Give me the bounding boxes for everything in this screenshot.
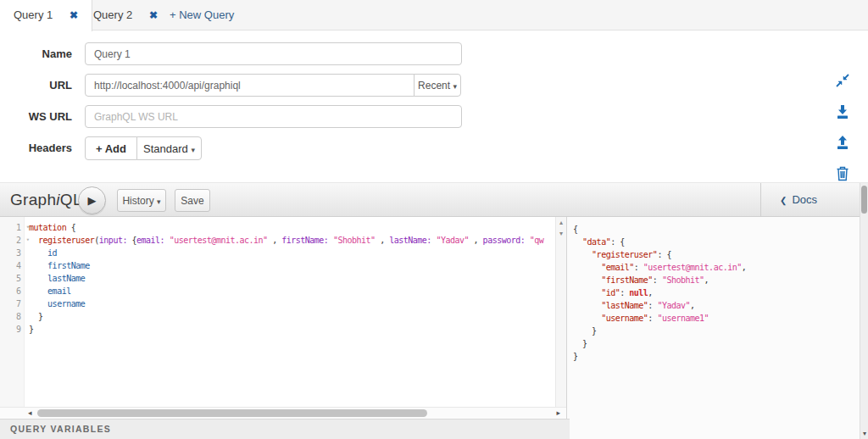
chevron-down-icon: ▾ [191, 146, 195, 154]
code-line: "data": { [573, 236, 860, 248]
line-number: 1▾ [0, 221, 24, 234]
play-icon: ▶ [88, 194, 97, 207]
query-editor-pane: 1▾2▾3456789 mutation { registeruser(inpu… [0, 217, 566, 419]
name-label: Name [0, 42, 72, 65]
code-line: { [573, 223, 860, 236]
line-number: 5 [0, 272, 24, 285]
scroll-down-icon[interactable]: ▾ [860, 430, 868, 437]
result-pane: { "data": { "registeruser": { "email": "… [567, 217, 860, 439]
code-line: "lastName": "Yadav", [573, 299, 860, 312]
query-horizontal-scrollbar[interactable]: ◂ ▸ [0, 407, 566, 419]
code-line: username [29, 297, 555, 310]
graphiql-toolbar: GraphiQL ▶ History ▾ Save ❮Docs [0, 182, 868, 217]
line-number: 3 [0, 247, 24, 259]
ws-url-input[interactable] [85, 105, 462, 128]
upload-icon[interactable] [834, 134, 853, 153]
line-number: 2▾ [0, 234, 24, 247]
line-number: 6 [0, 285, 24, 297]
docs-button[interactable]: ❮Docs [780, 183, 817, 217]
query-vertical-scrollbar[interactable]: ▴ ▾ [555, 217, 566, 407]
line-number: 9 [0, 323, 24, 336]
code-line: "firstName": "Shobhit", [573, 274, 860, 286]
scroll-up-icon[interactable]: ▴ [556, 217, 566, 228]
code-line: email [29, 285, 555, 297]
tab-query-2[interactable]: Query 2 ✖ [80, 0, 171, 31]
trash-icon[interactable] [834, 165, 853, 184]
chevron-left-icon: ❮ [780, 196, 787, 205]
scroll-down-icon[interactable]: ▾ [556, 228, 566, 239]
code-line: "registeruser": { [573, 248, 860, 261]
code-line: } [573, 337, 860, 350]
code-line: } [573, 350, 860, 363]
chevron-down-icon: ▾ [157, 197, 161, 206]
scroll-left-icon[interactable]: ◂ [28, 408, 32, 419]
ws-url-label: WS URL [0, 105, 72, 128]
scroll-right-icon[interactable]: ▸ [556, 408, 560, 419]
headers-label: Headers [0, 136, 72, 159]
recent-dropdown-button[interactable]: Recent ▾ [414, 74, 461, 97]
tab-label: Query 1 [14, 8, 53, 21]
query-config-form: Name URL Recent ▾ WS URL Headers + Add S… [0, 31, 868, 182]
close-tab-icon[interactable]: ✖ [70, 9, 78, 21]
tab-bar: Query 1 ✖ Query 2 ✖ + New Query [0, 0, 868, 31]
code-line: "email": "usertest@mnit.ac.in", [573, 261, 860, 274]
toolbar-divider [760, 183, 761, 217]
code-line: } [29, 323, 555, 336]
code-line: "username": "username1" [573, 312, 860, 325]
tab-label: Query 2 [93, 8, 132, 21]
save-button[interactable]: Save [175, 189, 210, 212]
url-label: URL [0, 74, 72, 97]
code-line: id [29, 247, 555, 259]
code-line: mutation { [29, 221, 555, 234]
url-input[interactable] [85, 74, 415, 97]
line-number: 4 [0, 259, 24, 272]
tab-query-1[interactable]: Query 1 ✖ [0, 0, 92, 31]
line-number-gutter: 1▾2▾3456789 [0, 217, 25, 407]
code-line: firstName [29, 259, 555, 272]
collapse-icon[interactable] [834, 72, 853, 91]
execute-query-button[interactable]: ▶ [78, 186, 106, 214]
standard-headers-dropdown[interactable]: Standard ▾ [136, 136, 202, 160]
name-input[interactable] [85, 42, 462, 65]
download-icon[interactable] [834, 103, 853, 122]
code-line: } [29, 310, 555, 323]
code-line: registeruser(input: {email: "usertest@mn… [29, 234, 555, 247]
code-line: lastName [29, 272, 555, 285]
graphiql-logo: GraphiQL [10, 191, 82, 209]
graphql-playground-app: Query 1 ✖ Query 2 ✖ + New Query Name URL… [0, 0, 868, 439]
add-header-button[interactable]: + Add [85, 136, 137, 160]
close-tab-icon[interactable]: ✖ [149, 9, 158, 21]
code-line: "id": null, [573, 286, 860, 299]
line-number: 8 [0, 310, 24, 323]
new-query-button[interactable]: + New Query [170, 0, 234, 31]
line-number: 7 [0, 297, 24, 310]
query-editor[interactable]: mutation { registeruser(input: {email: "… [25, 217, 555, 407]
result-vertical-scrollbar[interactable]: ▾ [860, 183, 868, 439]
horizontal-scroll-thumb[interactable] [37, 409, 427, 417]
chevron-down-icon: ▾ [453, 82, 457, 91]
code-line: } [573, 325, 860, 337]
query-variables-bar[interactable]: QUERY VARIABLES [0, 419, 570, 439]
vertical-scroll-thumb[interactable] [861, 186, 867, 214]
history-button[interactable]: History ▾ [117, 189, 166, 212]
